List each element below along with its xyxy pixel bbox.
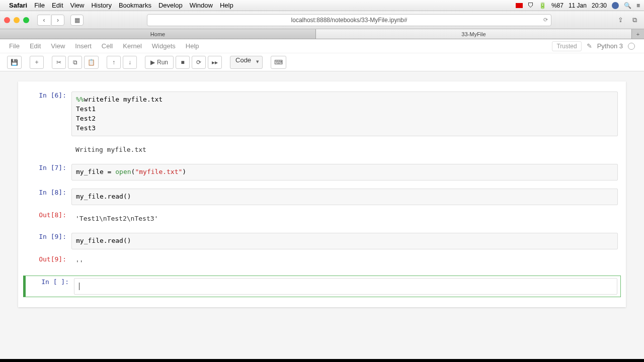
stream-output: Writing myfile.txt: [71, 142, 618, 156]
sidebar-button[interactable]: ▦: [70, 15, 84, 26]
plus-icon: ＋: [34, 58, 40, 66]
reload-icon[interactable]: ⟳: [543, 17, 548, 23]
menu-view[interactable]: View: [70, 2, 85, 9]
edit-icon[interactable]: ✎: [587, 42, 592, 50]
code-input[interactable]: my_file.read(): [71, 189, 618, 205]
jp-menu-file[interactable]: File: [9, 42, 20, 50]
output-cell: Out[8]: 'Test1\nTest2\nTest3': [23, 209, 621, 227]
code-input[interactable]: my_file.read(): [71, 233, 618, 249]
new-tab-button[interactable]: +: [632, 29, 644, 39]
macos-menubar: Safari File Edit View History Bookmarks …: [0, 0, 644, 11]
output-cell: Out[9]: '': [23, 253, 621, 271]
keyboard-icon: ⌨: [274, 59, 283, 66]
menu-help[interactable]: Help: [220, 2, 233, 9]
save-button[interactable]: 💾: [7, 56, 22, 69]
jp-menu-kernel[interactable]: Kernel: [123, 42, 142, 50]
jp-menu-insert[interactable]: Insert: [75, 42, 92, 50]
arrow-down-icon: ↓: [128, 59, 131, 66]
output-cell: Writing myfile.txt: [23, 140, 621, 158]
close-window-button[interactable]: [4, 17, 10, 23]
code-input-active[interactable]: [74, 278, 617, 295]
code-cell-selected[interactable]: In [ ]:: [23, 276, 621, 297]
kernel-name[interactable]: Python 3: [597, 42, 623, 50]
out-prompt: Out[9]:: [26, 255, 71, 269]
forward-button[interactable]: ›: [51, 15, 64, 26]
spotlight-icon[interactable]: 🔍: [624, 2, 631, 9]
code-cell[interactable]: In [6]: %%writefile myfile.txt Test1 Tes…: [23, 89, 621, 138]
user-icon[interactable]: [612, 2, 619, 9]
tab-notebook[interactable]: 33-MyFile: [316, 29, 632, 39]
menu-file[interactable]: File: [34, 2, 45, 9]
battery-icon[interactable]: 🔋: [539, 2, 546, 9]
jp-menu-edit[interactable]: Edit: [30, 42, 41, 50]
jp-menu-widgets[interactable]: Widgets: [152, 42, 176, 50]
restart-icon: ⟳: [196, 59, 201, 66]
jp-menu-help[interactable]: Help: [186, 42, 199, 50]
fast-forward-icon: ▸▸: [212, 59, 218, 66]
kernel-indicator-icon[interactable]: [628, 43, 635, 50]
bottom-bar: [0, 359, 644, 362]
play-icon: ▶: [150, 59, 155, 66]
save-icon: 💾: [11, 59, 18, 66]
code-cell[interactable]: In [9]: my_file.read(): [23, 231, 621, 251]
back-button[interactable]: ‹: [37, 15, 50, 26]
menu-extras-icon[interactable]: ≡: [636, 2, 640, 9]
move-down-button[interactable]: ↓: [123, 56, 137, 69]
code-cell[interactable]: In [8]: my_file.read(): [23, 187, 621, 207]
in-prompt: In [9]:: [26, 233, 71, 249]
restart-run-all-button[interactable]: ▸▸: [208, 56, 222, 69]
run-button[interactable]: ▶Run: [145, 56, 174, 69]
jp-menu-cell[interactable]: Cell: [102, 42, 113, 50]
shield-icon[interactable]: ⛉: [528, 2, 534, 9]
safari-toolbar: ‹ › ▦ localhost:8888/notebooks/33-MyFile…: [0, 11, 644, 29]
share-button[interactable]: ⇪: [615, 15, 626, 25]
in-prompt: In [7]:: [26, 164, 71, 180]
safari-tabbar: Home 33-MyFile +: [0, 29, 644, 39]
copy-button[interactable]: ⧉: [68, 56, 82, 69]
stop-icon: ■: [181, 59, 184, 66]
jupyter-menubar: File Edit View Insert Cell Kernel Widget…: [0, 39, 644, 53]
status-flag-icon[interactable]: [516, 3, 523, 8]
minimize-window-button[interactable]: [14, 17, 20, 23]
add-cell-button[interactable]: ＋: [30, 56, 44, 69]
time[interactable]: 20:30: [592, 2, 607, 9]
arrow-up-icon: ↑: [112, 59, 115, 66]
copy-icon: ⧉: [73, 59, 77, 66]
url-text: localhost:8888/notebooks/33-MyFile.ipynb…: [291, 17, 408, 24]
code-input[interactable]: my_file = open("myfile.txt"): [71, 164, 618, 180]
notebook-area[interactable]: In [6]: %%writefile myfile.txt Test1 Tes…: [0, 71, 644, 362]
jp-menu-view[interactable]: View: [51, 42, 65, 50]
battery-percent: %87: [551, 2, 564, 9]
empty-prompt: [26, 142, 71, 156]
interrupt-button[interactable]: ■: [176, 56, 190, 69]
cut-button[interactable]: ✂: [52, 56, 66, 69]
code-cell[interactable]: In [7]: my_file = open("myfile.txt"): [23, 162, 621, 183]
tabs-button[interactable]: ⧉: [629, 15, 640, 25]
out-prompt: Out[8]:: [26, 211, 71, 225]
menu-bookmarks[interactable]: Bookmarks: [119, 2, 151, 9]
date[interactable]: 11 Jan: [569, 2, 587, 9]
in-prompt: In [6]:: [26, 92, 71, 136]
trusted-badge[interactable]: Trusted: [552, 41, 581, 51]
command-palette-button[interactable]: ⌨: [271, 56, 286, 69]
menu-develop[interactable]: Develop: [158, 2, 183, 9]
paste-icon: 📋: [88, 59, 95, 66]
window-controls: [4, 17, 29, 23]
app-name[interactable]: Safari: [9, 2, 27, 9]
url-bar[interactable]: localhost:8888/notebooks/33-MyFile.ipynb…: [147, 14, 551, 26]
move-up-button[interactable]: ↑: [107, 56, 121, 69]
tab-home[interactable]: Home: [0, 29, 316, 39]
menu-edit[interactable]: Edit: [52, 2, 63, 9]
menu-history[interactable]: History: [91, 2, 111, 9]
menu-window[interactable]: Window: [190, 2, 213, 9]
jupyter-toolbar: 💾 ＋ ✂ ⧉ 📋 ↑ ↓ ▶Run ■ ⟳ ▸▸ Code ⌨: [0, 53, 644, 71]
execute-result: '': [71, 255, 618, 269]
text-cursor: [79, 283, 79, 290]
code-input[interactable]: %%writefile myfile.txt Test1 Test2 Test3: [71, 92, 618, 136]
celltype-select[interactable]: Code: [230, 56, 263, 69]
paste-button[interactable]: 📋: [84, 56, 99, 69]
in-prompt: In [8]:: [26, 189, 71, 205]
notebook-container: In [6]: %%writefile myfile.txt Test1 Tes…: [18, 81, 626, 307]
zoom-window-button[interactable]: [23, 17, 29, 23]
restart-button[interactable]: ⟳: [192, 56, 206, 69]
